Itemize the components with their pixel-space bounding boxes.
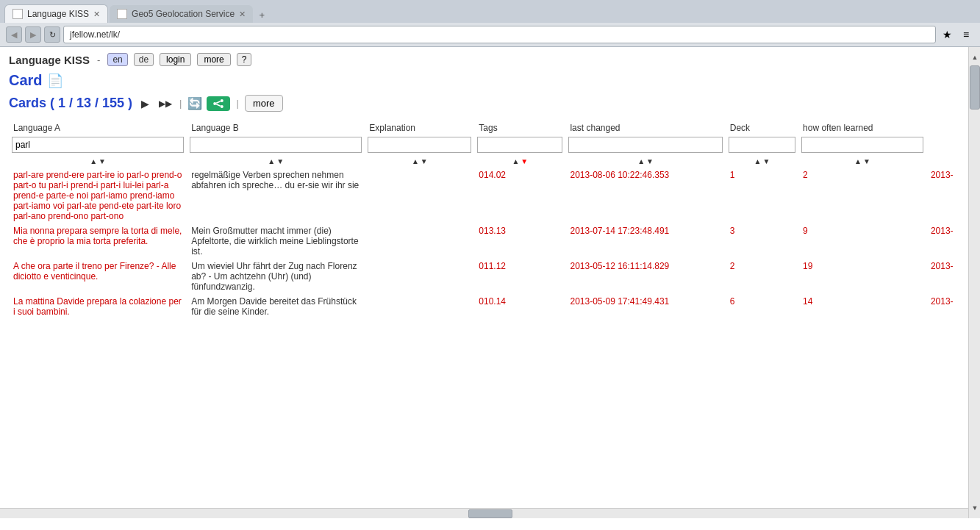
cell-lang-a-3: La mattina Davide prepara la colazione p…	[9, 294, 187, 319]
cell-last-2: 2013-05-12 16:11:14.829	[565, 259, 725, 294]
cards-table-body: parl-are prend-ere part-ire io parl-o pr…	[9, 168, 965, 319]
tab-language-kiss[interactable]: Language KISS ✕	[4, 4, 108, 23]
search-input-last-changed[interactable]	[568, 137, 722, 153]
lang-b-text-0: regelmäßige Verben sprechen nehmen abfah…	[191, 170, 359, 190]
last-card-button[interactable]: ▶▶	[157, 96, 174, 112]
tab-close-2[interactable]: ✕	[239, 10, 246, 19]
refresh-cards-button[interactable]: 🔄	[187, 96, 202, 110]
table-row[interactable]: Mia nonna prepara sempre la torta di mel…	[9, 223, 965, 259]
sort-cell-lang-a: ▲ ▼	[9, 154, 187, 168]
bookmark-star[interactable]: ★	[939, 26, 955, 43]
search-input-lang-b[interactable]	[190, 137, 362, 153]
sort-cell-last: ▲ ▼	[565, 154, 725, 168]
table-row[interactable]: La mattina Davide prepara la colazione p…	[9, 294, 965, 319]
new-card-icon[interactable]: 📄	[47, 73, 63, 89]
scroll-down-arrow[interactable]: ▼	[970, 504, 979, 512]
lang-a-text-3: La mattina Davide prepara la colazione p…	[13, 296, 182, 317]
cell-tags-0: 014.02	[474, 168, 565, 223]
sort-cell-deck: ▲ ▼	[726, 154, 798, 168]
sort-up-tags[interactable]: ▲	[512, 157, 519, 165]
help-button[interactable]: ?	[237, 53, 252, 66]
search-input-deck[interactable]	[729, 137, 795, 153]
sort-arrows-how: ▲ ▼	[854, 157, 870, 165]
sort-down-lang-b[interactable]: ▼	[276, 157, 284, 165]
table-row[interactable]: A che ora parte il treno per Firenze? - …	[9, 259, 965, 294]
cell-tags-3: 010.14	[474, 294, 565, 319]
deck-num-0: 1	[730, 170, 735, 180]
cell-deck-2: 2	[726, 259, 798, 294]
how-num-3: 14	[803, 296, 812, 307]
sort-down-how[interactable]: ▼	[863, 157, 870, 165]
browser-chrome: Language KISS ✕ Geo5 Geolocation Service…	[0, 0, 980, 47]
login-button[interactable]: login	[160, 53, 191, 66]
sort-cell-how: ▲ ▼	[798, 154, 926, 168]
search-input-lang-a[interactable]	[12, 137, 184, 153]
date-short-2: 2013-	[931, 261, 954, 271]
search-cell-last	[565, 135, 725, 154]
how-num-1: 9	[803, 226, 808, 236]
svg-point-2	[221, 105, 223, 108]
search-cell-expl	[365, 135, 474, 154]
scroll-up-arrow[interactable]: ▲	[970, 53, 979, 62]
sort-cell-lang-b: ▲ ▼	[187, 154, 365, 168]
col-header-lang-b: Language B	[187, 121, 365, 135]
sort-down-lang-a[interactable]: ▼	[99, 157, 106, 165]
cell-date-short-1: 2013-	[926, 223, 965, 259]
refresh-button[interactable]: ↻	[44, 26, 60, 43]
forward-button[interactable]: ▶	[25, 26, 41, 43]
search-cell-how	[798, 135, 926, 154]
page-header: Language KISS - en de login more ?	[9, 53, 965, 66]
date-text-2: 2013-05-12 16:11:14.829	[570, 261, 669, 271]
more-header-button[interactable]: more	[197, 53, 230, 66]
sort-down-expl[interactable]: ▼	[421, 157, 428, 165]
next-card-button[interactable]: ▶	[137, 96, 153, 112]
horizontal-scrollbar[interactable]	[0, 508, 980, 518]
cell-deck-1: 3	[726, 223, 798, 259]
sort-cell-expl: ▲ ▼	[365, 154, 474, 168]
sort-down-tags[interactable]: ▼	[521, 157, 528, 165]
col-header-deck: Deck	[726, 121, 798, 135]
cell-how-3: 14	[798, 294, 926, 319]
search-cell-deck	[726, 135, 798, 154]
search-input-how-often[interactable]	[801, 137, 923, 153]
app-name: Language KISS	[9, 54, 90, 66]
column-headers: Language A Language B Explanation Tags l…	[9, 121, 965, 135]
svg-point-0	[221, 99, 223, 102]
lang-de-button[interactable]: de	[134, 53, 154, 66]
horizontal-scrollbar-thumb[interactable]	[468, 509, 512, 518]
card-title: Card	[9, 72, 43, 89]
share-button[interactable]	[207, 96, 230, 111]
address-text: jfellow.net/lk/	[70, 29, 120, 40]
sort-up-expl[interactable]: ▲	[412, 157, 419, 165]
address-bar[interactable]: jfellow.net/lk/	[63, 26, 936, 43]
col-header-extra	[926, 121, 965, 135]
sort-up-deck[interactable]: ▲	[754, 157, 762, 165]
tab-geo5[interactable]: Geo5 Geolocation Service ✕	[110, 5, 253, 23]
more-cards-button[interactable]: more	[245, 95, 283, 112]
sort-down-last[interactable]: ▼	[646, 157, 654, 165]
cell-lang-b-1: Mein Großmutter macht immer (die) Apfelt…	[187, 223, 365, 259]
browser-menu-button[interactable]: ≡	[958, 26, 974, 43]
search-input-explanation[interactable]	[368, 137, 471, 153]
new-tab-button[interactable]: +	[254, 7, 269, 23]
table-row[interactable]: parl-are prend-ere part-ire io parl-o pr…	[9, 168, 965, 223]
sort-up-lang-a[interactable]: ▲	[90, 157, 97, 165]
sort-up-lang-b[interactable]: ▲	[268, 157, 275, 165]
sort-row: ▲ ▼ ▲ ▼ ▲ ▼	[9, 154, 965, 168]
lang-en-button[interactable]: en	[107, 53, 127, 66]
cell-expl-3	[365, 294, 474, 319]
tab-close-1[interactable]: ✕	[93, 10, 100, 19]
back-button[interactable]: ◀	[6, 26, 22, 43]
tab-icon-1	[12, 9, 23, 19]
lang-a-text-2: A che ora parte il treno per Firenze? - …	[13, 261, 176, 282]
scrollbar[interactable]: ▲ ▼	[968, 47, 980, 518]
sort-up-last[interactable]: ▲	[637, 157, 645, 165]
sort-up-how[interactable]: ▲	[854, 157, 862, 165]
lang-b-text-2: Um wieviel Uhr fährt der Zug nach Floren…	[191, 261, 357, 292]
sort-down-deck[interactable]: ▼	[762, 157, 770, 165]
date-text-0: 2013-08-06 10:22:46.353	[570, 170, 669, 180]
scrollbar-thumb[interactable]	[970, 65, 980, 110]
search-input-tags[interactable]	[477, 137, 562, 153]
separator-1: |	[179, 98, 182, 109]
cell-how-1: 9	[798, 223, 926, 259]
